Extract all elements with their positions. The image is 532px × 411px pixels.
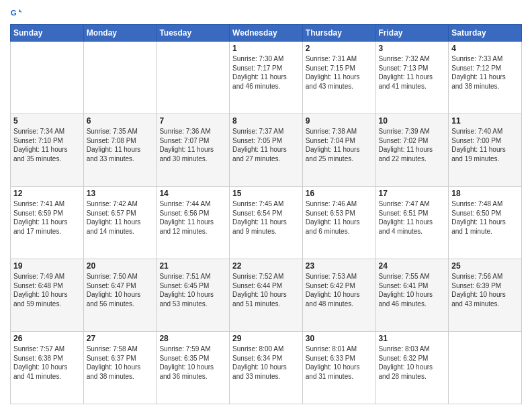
calendar-cell: 5Sunrise: 7:34 AM Sunset: 7:10 PM Daylig… — [11, 114, 84, 187]
day-number: 29 — [232, 334, 300, 343]
day-info: Sunrise: 7:57 AM Sunset: 6:38 PM Dayligh… — [13, 345, 81, 381]
day-info: Sunrise: 7:39 AM Sunset: 7:02 PM Dayligh… — [379, 127, 446, 163]
calendar-day-header: Friday — [375, 25, 449, 42]
day-number: 10 — [379, 116, 446, 126]
day-info: Sunrise: 7:36 AM Sunset: 7:07 PM Dayligh… — [159, 127, 226, 163]
day-number: 2 — [306, 44, 373, 53]
calendar-week-row: 12Sunrise: 7:41 AM Sunset: 6:59 PM Dayli… — [11, 187, 522, 259]
day-number: 14 — [159, 189, 226, 198]
calendar-cell: 7Sunrise: 7:36 AM Sunset: 7:07 PM Daylig… — [157, 114, 230, 187]
day-number: 28 — [159, 334, 226, 343]
calendar-cell: 9Sunrise: 7:38 AM Sunset: 7:04 PM Daylig… — [302, 114, 375, 187]
day-number: 24 — [379, 261, 446, 271]
day-number: 3 — [379, 44, 446, 53]
day-info: Sunrise: 7:59 AM Sunset: 6:35 PM Dayligh… — [159, 345, 226, 381]
day-info: Sunrise: 7:33 AM Sunset: 7:12 PM Dayligh… — [451, 54, 519, 91]
day-info: Sunrise: 7:47 AM Sunset: 6:51 PM Dayligh… — [379, 199, 446, 236]
calendar-day-header: Saturday — [449, 25, 522, 42]
day-info: Sunrise: 7:41 AM Sunset: 6:59 PM Dayligh… — [13, 199, 81, 236]
calendar-week-row: 1Sunrise: 7:30 AM Sunset: 7:17 PM Daylig… — [11, 42, 522, 114]
calendar-cell: 25Sunrise: 7:56 AM Sunset: 6:39 PM Dayli… — [449, 259, 522, 332]
calendar-day-header: Thursday — [302, 25, 375, 42]
calendar-day-header: Wednesday — [230, 25, 303, 42]
calendar-week-row: 26Sunrise: 7:57 AM Sunset: 6:38 PM Dayli… — [11, 332, 522, 404]
calendar-cell: 30Sunrise: 8:01 AM Sunset: 6:33 PM Dayli… — [302, 332, 375, 404]
calendar-cell — [83, 42, 157, 114]
day-info: Sunrise: 7:53 AM Sunset: 6:42 PM Dayligh… — [306, 272, 373, 308]
calendar-cell: 15Sunrise: 7:45 AM Sunset: 6:54 PM Dayli… — [230, 187, 303, 259]
day-info: Sunrise: 7:55 AM Sunset: 6:41 PM Dayligh… — [379, 272, 446, 308]
calendar-cell: 14Sunrise: 7:44 AM Sunset: 6:56 PM Dayli… — [157, 187, 230, 259]
day-number: 27 — [87, 334, 154, 343]
calendar-cell: 16Sunrise: 7:46 AM Sunset: 6:53 PM Dayli… — [302, 187, 375, 259]
calendar-week-row: 19Sunrise: 7:49 AM Sunset: 6:48 PM Dayli… — [11, 259, 522, 332]
day-info: Sunrise: 7:38 AM Sunset: 7:04 PM Dayligh… — [306, 127, 373, 163]
day-number: 18 — [451, 189, 519, 198]
calendar-cell: 22Sunrise: 7:52 AM Sunset: 6:44 PM Dayli… — [230, 259, 303, 332]
day-info: Sunrise: 7:50 AM Sunset: 6:47 PM Dayligh… — [87, 272, 154, 308]
day-number: 21 — [159, 261, 226, 271]
calendar-table: SundayMondayTuesdayWednesdayThursdayFrid… — [10, 24, 522, 404]
day-number: 1 — [232, 44, 300, 53]
day-number: 31 — [379, 334, 446, 343]
day-number: 12 — [13, 189, 81, 198]
day-number: 30 — [306, 334, 373, 343]
calendar-day-header: Tuesday — [157, 25, 230, 42]
day-info: Sunrise: 7:49 AM Sunset: 6:48 PM Dayligh… — [13, 272, 81, 308]
calendar-cell: 23Sunrise: 7:53 AM Sunset: 6:42 PM Dayli… — [302, 259, 375, 332]
day-number: 5 — [13, 116, 81, 126]
calendar-cell: 28Sunrise: 7:59 AM Sunset: 6:35 PM Dayli… — [157, 332, 230, 404]
day-info: Sunrise: 7:34 AM Sunset: 7:10 PM Dayligh… — [13, 127, 81, 163]
day-number: 20 — [87, 261, 154, 271]
calendar-cell: 4Sunrise: 7:33 AM Sunset: 7:12 PM Daylig… — [449, 42, 522, 114]
day-info: Sunrise: 7:37 AM Sunset: 7:05 PM Dayligh… — [232, 127, 300, 163]
day-info: Sunrise: 7:30 AM Sunset: 7:17 PM Dayligh… — [232, 54, 300, 91]
day-info: Sunrise: 7:32 AM Sunset: 7:13 PM Dayligh… — [379, 54, 446, 91]
day-number: 15 — [232, 189, 300, 198]
day-number: 19 — [13, 261, 81, 271]
day-info: Sunrise: 7:46 AM Sunset: 6:53 PM Dayligh… — [306, 199, 373, 236]
calendar-cell: 29Sunrise: 8:00 AM Sunset: 6:34 PM Dayli… — [230, 332, 303, 404]
day-number: 25 — [451, 261, 519, 271]
day-info: Sunrise: 7:40 AM Sunset: 7:00 PM Dayligh… — [451, 127, 519, 163]
logo-icon: G — [10, 7, 22, 19]
day-number: 23 — [306, 261, 373, 271]
calendar-cell: 8Sunrise: 7:37 AM Sunset: 7:05 PM Daylig… — [230, 114, 303, 187]
calendar-cell: 20Sunrise: 7:50 AM Sunset: 6:47 PM Dayli… — [83, 259, 157, 332]
calendar-week-row: 5Sunrise: 7:34 AM Sunset: 7:10 PM Daylig… — [11, 114, 522, 187]
svg-marker-1 — [19, 9, 22, 12]
day-info: Sunrise: 7:35 AM Sunset: 7:08 PM Dayligh… — [87, 127, 154, 163]
day-number: 17 — [379, 189, 446, 198]
day-info: Sunrise: 7:51 AM Sunset: 6:45 PM Dayligh… — [159, 272, 226, 308]
day-number: 4 — [451, 44, 519, 53]
day-info: Sunrise: 7:42 AM Sunset: 6:57 PM Dayligh… — [87, 199, 154, 236]
calendar-cell: 27Sunrise: 7:58 AM Sunset: 6:37 PM Dayli… — [83, 332, 157, 404]
day-number: 16 — [306, 189, 373, 198]
day-number: 9 — [306, 116, 373, 126]
calendar-cell: 26Sunrise: 7:57 AM Sunset: 6:38 PM Dayli… — [11, 332, 84, 404]
day-info: Sunrise: 7:58 AM Sunset: 6:37 PM Dayligh… — [87, 345, 154, 381]
calendar-cell: 31Sunrise: 8:03 AM Sunset: 6:32 PM Dayli… — [375, 332, 449, 404]
logo: G — [10, 7, 25, 19]
day-number: 26 — [13, 334, 81, 343]
calendar-cell: 12Sunrise: 7:41 AM Sunset: 6:59 PM Dayli… — [11, 187, 84, 259]
calendar-cell: 2Sunrise: 7:31 AM Sunset: 7:15 PM Daylig… — [302, 42, 375, 114]
day-info: Sunrise: 7:56 AM Sunset: 6:39 PM Dayligh… — [451, 272, 519, 308]
calendar-cell — [449, 332, 522, 404]
day-number: 7 — [159, 116, 226, 126]
day-info: Sunrise: 7:52 AM Sunset: 6:44 PM Dayligh… — [232, 272, 300, 308]
day-info: Sunrise: 8:03 AM Sunset: 6:32 PM Dayligh… — [379, 345, 446, 381]
day-number: 6 — [87, 116, 154, 126]
calendar-cell: 18Sunrise: 7:48 AM Sunset: 6:50 PM Dayli… — [449, 187, 522, 259]
calendar-cell — [11, 42, 84, 114]
header: G — [10, 7, 522, 19]
calendar-cell: 6Sunrise: 7:35 AM Sunset: 7:08 PM Daylig… — [83, 114, 157, 187]
day-number: 13 — [87, 189, 154, 198]
day-info: Sunrise: 8:00 AM Sunset: 6:34 PM Dayligh… — [232, 345, 300, 381]
day-info: Sunrise: 7:31 AM Sunset: 7:15 PM Dayligh… — [306, 54, 373, 91]
calendar-cell: 24Sunrise: 7:55 AM Sunset: 6:41 PM Dayli… — [375, 259, 449, 332]
day-number: 8 — [232, 116, 300, 126]
calendar-cell: 1Sunrise: 7:30 AM Sunset: 7:17 PM Daylig… — [230, 42, 303, 114]
calendar-cell: 11Sunrise: 7:40 AM Sunset: 7:00 PM Dayli… — [449, 114, 522, 187]
day-info: Sunrise: 7:48 AM Sunset: 6:50 PM Dayligh… — [451, 199, 519, 236]
